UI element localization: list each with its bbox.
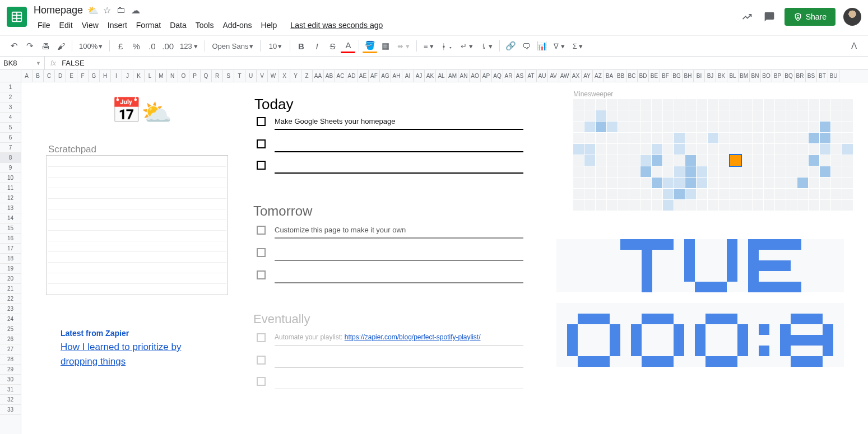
link-icon[interactable]: 🔗 — [503, 39, 518, 53]
mine-cell[interactable] — [596, 200, 606, 211]
col-BP[interactable]: BP — [772, 70, 783, 82]
row-17[interactable]: 17 — [0, 244, 21, 254]
mine-cell[interactable] — [842, 110, 853, 121]
mine-cell[interactable] — [618, 178, 629, 188]
mine-cell[interactable] — [820, 122, 830, 132]
col-AQ[interactable]: AQ — [492, 70, 503, 82]
formula-input[interactable]: FALSE — [62, 59, 84, 67]
row-12[interactable]: 12 — [0, 193, 21, 203]
mine-cell[interactable] — [640, 200, 651, 211]
col-AD[interactable]: AD — [346, 70, 358, 82]
eventually-checkbox-1[interactable] — [257, 333, 266, 342]
menu-help[interactable]: Help — [257, 18, 281, 32]
row-5[interactable]: 5 — [0, 123, 21, 133]
mine-cell[interactable] — [685, 189, 696, 199]
mine-cell[interactable] — [809, 166, 819, 177]
doc-title[interactable]: Homepage — [34, 4, 83, 16]
mine-cell[interactable] — [596, 178, 606, 188]
mine-cell[interactable] — [786, 155, 797, 166]
mine-cell[interactable] — [753, 99, 763, 110]
mine-cell[interactable] — [697, 200, 707, 211]
mine-cell[interactable] — [764, 133, 774, 143]
mine-cell[interactable] — [607, 99, 618, 110]
row-26[interactable]: 26 — [0, 334, 21, 344]
mine-cell[interactable] — [573, 200, 584, 211]
col-BN[interactable]: BN — [750, 70, 761, 82]
mine-cell[interactable] — [730, 133, 741, 143]
mine-cell[interactable] — [786, 99, 797, 110]
mine-cell[interactable] — [674, 200, 685, 211]
mine-cell[interactable] — [607, 178, 618, 188]
mine-cell[interactable] — [618, 99, 629, 110]
mine-cell[interactable] — [584, 144, 595, 155]
mine-cell[interactable] — [797, 189, 808, 199]
mine-cell[interactable] — [797, 99, 808, 110]
mine-cell[interactable] — [820, 178, 830, 188]
col-AG[interactable]: AG — [380, 70, 391, 82]
row-24[interactable]: 24 — [0, 314, 21, 324]
row-32[interactable]: 32 — [0, 395, 21, 405]
menu-data[interactable]: Data — [166, 18, 191, 32]
comment-icon[interactable]: 🗨 — [519, 39, 533, 53]
name-box[interactable]: BK8▼ — [0, 57, 45, 69]
mine-cell[interactable] — [618, 122, 629, 132]
mine-cell[interactable] — [730, 166, 741, 177]
mine-cell[interactable] — [629, 99, 640, 110]
col-AZ[interactable]: AZ — [593, 70, 604, 82]
mine-cell[interactable] — [652, 122, 662, 132]
mine-cell[interactable] — [842, 155, 853, 166]
mine-cell[interactable] — [596, 99, 606, 110]
mine-cell[interactable] — [719, 166, 730, 177]
row-19[interactable]: 19 — [0, 264, 21, 274]
mine-cell[interactable] — [753, 189, 763, 199]
mine-cell[interactable] — [753, 200, 763, 211]
mine-cell[interactable] — [820, 133, 830, 143]
fontsize-dropdown[interactable]: 10 ▾ — [264, 39, 286, 53]
mine-cell[interactable] — [629, 110, 640, 121]
mine-cell[interactable] — [652, 144, 662, 155]
col-W[interactable]: W — [268, 70, 279, 82]
col-AV[interactable]: AV — [548, 70, 559, 82]
row-4[interactable]: 4 — [0, 113, 21, 123]
col-R[interactable]: R — [212, 70, 223, 82]
mine-cell[interactable] — [741, 155, 752, 166]
mine-cell[interactable] — [831, 200, 842, 211]
row-31[interactable]: 31 — [0, 385, 21, 395]
mine-cell[interactable] — [685, 144, 696, 155]
mine-cell[interactable] — [708, 200, 718, 211]
mine-cell[interactable] — [618, 144, 629, 155]
mine-cell[interactable] — [842, 122, 853, 132]
mine-cell[interactable] — [730, 99, 741, 110]
mine-cell[interactable] — [730, 144, 741, 155]
mine-cell[interactable] — [764, 200, 774, 211]
mine-cell[interactable] — [596, 166, 606, 177]
col-AU[interactable]: AU — [537, 70, 548, 82]
mine-cell[interactable] — [809, 122, 819, 132]
today-task-1[interactable]: Make Google Sheets your homepage — [275, 117, 395, 125]
mine-cell[interactable] — [640, 99, 651, 110]
col-AF[interactable]: AF — [369, 70, 380, 82]
mine-cell[interactable] — [674, 189, 685, 199]
mine-cell[interactable] — [708, 110, 718, 121]
row-3[interactable]: 3 — [0, 102, 21, 113]
mine-cell[interactable] — [652, 110, 662, 121]
col-F[interactable]: F — [77, 70, 89, 82]
col-I[interactable]: I — [111, 70, 122, 82]
mine-cell[interactable] — [741, 178, 752, 188]
font-dropdown[interactable]: Open Sans ▾ — [208, 39, 257, 53]
menu-view[interactable]: View — [78, 18, 103, 32]
mine-cell[interactable] — [697, 122, 707, 132]
collapse-toolbar-icon[interactable]: ᐱ — [847, 39, 861, 53]
row-23[interactable]: 23 — [0, 304, 21, 314]
cloud-icon[interactable]: ☁ — [131, 5, 140, 16]
mine-cell[interactable] — [584, 155, 595, 166]
menu-file[interactable]: File — [34, 18, 54, 32]
today-checkbox-3[interactable] — [257, 161, 266, 170]
mine-cell[interactable] — [607, 166, 618, 177]
mine-cell[interactable] — [640, 155, 651, 166]
mine-cell[interactable] — [831, 133, 842, 143]
mine-cell[interactable] — [584, 189, 595, 199]
mine-cell[interactable] — [741, 144, 752, 155]
mine-cell[interactable] — [640, 144, 651, 155]
mine-cell[interactable] — [685, 155, 696, 166]
